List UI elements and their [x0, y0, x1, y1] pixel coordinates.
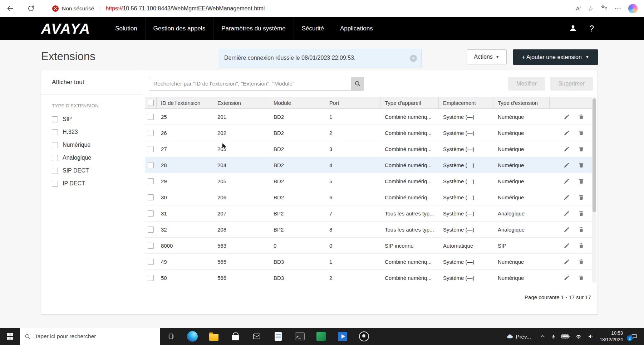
edit-row-button[interactable]	[564, 211, 569, 216]
column-header[interactable]: Type d'appareil	[380, 97, 439, 108]
edit-row-button[interactable]	[564, 114, 569, 120]
table-row[interactable]: 50 566 BD3 2 Combiné numériq... Système …	[145, 270, 592, 283]
table-row[interactable]: 32 208 BP2 8 Tous les autres typ... Syst…	[145, 222, 592, 238]
mail-button[interactable]	[246, 328, 267, 345]
table-row[interactable]: 27 203 BD2 3 Combiné numériq... Système …	[145, 141, 592, 157]
column-header[interactable]: Port	[325, 97, 380, 108]
delete-row-button[interactable]	[579, 243, 584, 248]
filter-checkbox[interactable]	[52, 116, 58, 122]
table-row[interactable]: 29 205 BD2 5 Combiné numériq... Système …	[145, 173, 592, 189]
back-button[interactable]	[4, 2, 16, 15]
table-row[interactable]: 49 565 BD3 1 Combiné numériq... Système …	[145, 254, 592, 270]
row-checkbox[interactable]	[148, 146, 154, 152]
nav-item[interactable]: Paramètres du système	[213, 17, 294, 40]
delete-row-button[interactable]	[579, 195, 584, 200]
delete-row-button[interactable]	[579, 179, 584, 184]
row-checkbox[interactable]	[148, 162, 154, 168]
edit-row-button[interactable]	[564, 227, 569, 232]
column-header[interactable]: Extension	[213, 97, 269, 108]
task-view-button[interactable]	[160, 328, 182, 345]
column-header[interactable]: Type d'extension	[493, 97, 550, 108]
delete-row-button[interactable]	[579, 162, 584, 168]
modify-button[interactable]: Modifier	[508, 77, 545, 91]
microphone-tray-button[interactable]	[551, 334, 556, 340]
add-extension-button[interactable]: + Ajouter une extension ▼	[513, 49, 598, 65]
favorite-star-icon[interactable]: ☆	[588, 5, 594, 13]
delete-row-button[interactable]	[579, 211, 584, 216]
row-checkbox[interactable]	[148, 243, 154, 249]
table-row[interactable]: 30 206 BD2 6 Combiné numériq... Système …	[145, 189, 592, 205]
filter-checkbox[interactable]	[52, 168, 58, 174]
nav-item[interactable]: Solution	[107, 17, 145, 40]
favorites-hub-icon[interactable]	[601, 4, 608, 13]
column-header[interactable]: Emplacement	[439, 97, 493, 108]
read-aloud-icon[interactable]: A)	[576, 5, 581, 11]
edit-row-button[interactable]	[564, 259, 569, 264]
scrollbar-thumb[interactable]	[593, 98, 596, 212]
row-checkbox[interactable]	[148, 210, 154, 217]
green-app-button[interactable]	[310, 328, 332, 345]
help-icon[interactable]: ?	[589, 24, 594, 34]
edit-row-button[interactable]	[564, 146, 569, 152]
row-checkbox[interactable]	[148, 275, 154, 281]
show-all-link[interactable]: Afficher tout	[41, 70, 142, 94]
banner-close-icon[interactable]: ✕	[410, 55, 417, 62]
actions-button[interactable]: Actions ▼	[467, 49, 507, 64]
filter-item[interactable]: Analogique	[41, 151, 142, 164]
filter-item[interactable]: SIP DECT	[41, 164, 142, 177]
media-player-button[interactable]	[332, 328, 353, 345]
select-all-checkbox[interactable]	[148, 100, 154, 106]
row-checkbox[interactable]	[148, 130, 154, 136]
column-header[interactable]: ID de l'extension	[157, 97, 213, 108]
start-button[interactable]	[0, 328, 20, 345]
store-button[interactable]	[225, 328, 246, 345]
row-checkbox[interactable]	[148, 178, 154, 184]
edit-row-button[interactable]	[564, 195, 569, 200]
volume-tray-button[interactable]	[588, 334, 594, 339]
notepad-button[interactable]	[267, 328, 289, 345]
delete-button[interactable]: Supprimer	[550, 77, 593, 91]
edit-row-button[interactable]	[564, 130, 569, 136]
row-checkbox[interactable]	[148, 259, 154, 265]
taskbar-search[interactable]	[20, 328, 160, 345]
file-explorer-button[interactable]	[203, 328, 225, 345]
filter-checkbox[interactable]	[52, 155, 58, 161]
filter-item[interactable]: H.323	[41, 126, 142, 139]
hidden-icons-button[interactable]	[540, 334, 545, 339]
taskbar-clock[interactable]: 10:53 18/12/2024	[600, 330, 623, 342]
row-checkbox[interactable]	[148, 114, 154, 120]
table-row[interactable]: 8000 563 0 0 SIP inconnu Automatique SIP	[145, 238, 592, 254]
edit-row-button[interactable]	[564, 275, 569, 281]
edit-row-button[interactable]	[564, 179, 569, 184]
column-header[interactable]: Module	[269, 97, 325, 108]
table-row[interactable]: 26 202 BD2 2 Combiné numériq... Système …	[145, 125, 592, 141]
taskbar-search-input[interactable]	[35, 328, 160, 345]
address-bar[interactable]: Non sécurisé | https:// 10.56.71.100:844…	[52, 5, 576, 12]
filter-checkbox[interactable]	[52, 181, 58, 187]
edit-row-button[interactable]	[564, 162, 569, 168]
table-row[interactable]: 25 201 BD2 1 Combiné numériq... Système …	[145, 109, 592, 125]
nav-item[interactable]: Applications	[332, 17, 381, 40]
search-input[interactable]	[149, 77, 351, 91]
filter-checkbox[interactable]	[52, 129, 58, 135]
battery-tray-button[interactable]	[561, 334, 570, 339]
edge-taskbar-button[interactable]	[182, 328, 203, 345]
table-row[interactable]: 31 207 BP2 7 Tous les autres typ... Syst…	[145, 205, 592, 222]
network-tray-button[interactable]	[575, 334, 582, 339]
delete-row-button[interactable]	[579, 114, 584, 120]
delete-row-button[interactable]	[579, 227, 584, 232]
row-checkbox[interactable]	[148, 194, 154, 200]
search-button[interactable]	[351, 77, 364, 91]
user-icon[interactable]	[569, 24, 577, 34]
refresh-button[interactable]	[24, 2, 37, 15]
row-checkbox[interactable]	[148, 227, 154, 233]
obs-button[interactable]	[353, 328, 375, 345]
filter-checkbox[interactable]	[52, 142, 58, 148]
delete-row-button[interactable]	[579, 259, 584, 264]
edit-row-button[interactable]	[564, 243, 569, 248]
filter-item[interactable]: IP DECT	[41, 177, 142, 190]
weather-widget[interactable]: Prév...	[503, 333, 535, 340]
delete-row-button[interactable]	[579, 146, 584, 152]
nav-item[interactable]: Gestion des appels	[145, 17, 213, 40]
delete-row-button[interactable]	[579, 130, 584, 136]
